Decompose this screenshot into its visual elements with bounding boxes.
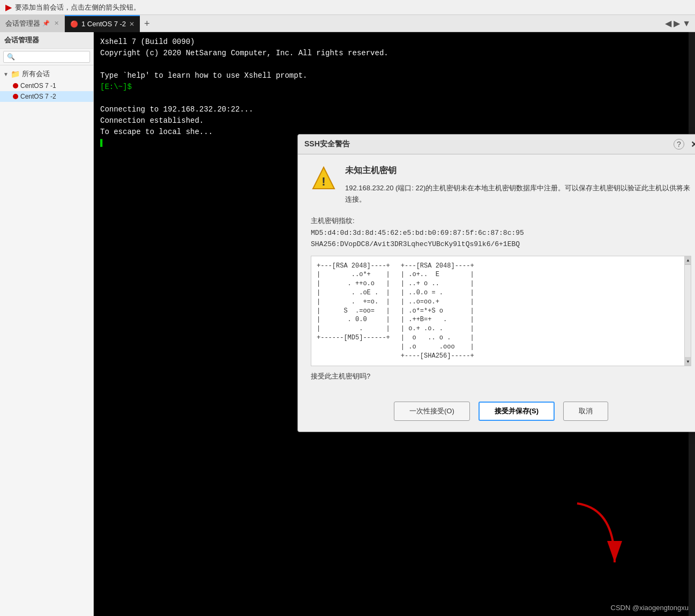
session-manager-tab[interactable]: 会话管理器 📌 ✕ [0,15,65,32]
key-art-scroll-down[interactable]: ▼ [685,357,691,366]
terminal-line-8: Connection established. [100,115,689,127]
session-status-dot [13,83,18,88]
new-tab-button[interactable]: + [140,15,154,32]
warning-icon: ! [311,165,337,191]
key-art-scrollbar[interactable]: ▲ ▼ [684,256,691,366]
key-art-right: +---[RSA 2048]----+ | .o+.. E | | ..+ o … [401,262,474,361]
sidebar-item-label-active: CentOS 7 -2 [20,93,56,100]
dialog-right-content: 未知主机密钥 192.168.232.20 (端口: 22)的主机密钥未在本地主… [345,165,691,205]
fingerprint-label: 主机密钥指纹: [311,216,691,226]
folder-icon: 📁 [11,70,20,78]
dialog-heading: 未知主机密钥 [345,165,691,176]
once-accept-button[interactable]: 一次性接受(O) [394,402,470,421]
dialog-titlebar: SSH安全警告 ? ✕ [298,135,695,154]
terminal-area[interactable]: Xshell 7 (Build 0090) Copyright (c) 2020… [94,32,695,616]
key-art-scroll-up[interactable]: ▲ [685,256,691,265]
session-manager-tab-label: 会话管理器 [5,19,40,28]
active-tab-close-btn[interactable]: ✕ [129,20,134,28]
sidebar-header: 会话管理器 [0,32,93,49]
terminal-line-1: Xshell 7 (Build 0090) [100,36,689,48]
dialog-title-controls: ? ✕ [674,139,695,150]
key-art-left-content: +---[RSA 2048]----+ | ..o*+ | | . ++o.o … [317,262,390,343]
dialog-title: SSH安全警告 [304,139,350,149]
dialog-fingerprint-section: 主机密钥指纹: MD5:d4:0d:3d:8d:45:62:e5:bd:b0:6… [311,216,691,248]
ssh-warning-dialog: SSH安全警告 ? ✕ ! 未知主机密钥 192.16 [297,134,695,432]
terminal-line-2: Copyright (c) 2020 NetSarang Computer, I… [100,48,689,59]
active-tab-label: 1 CentOS 7 -2 [81,20,126,28]
terminal-line-5: [E:\~]$ [100,81,689,93]
dialog-close-button[interactable]: ✕ [691,139,695,150]
terminal-line-7: Connecting to 192.168.232.20:22... [100,104,689,115]
tab-nav-left-btn[interactable]: ◀ [665,18,671,28]
svg-text:!: ! [322,175,325,188]
sidebar-title: 会话管理器 [4,35,39,45]
sidebar-tree: ▼ 📁 所有会话 CentOS 7 -1 CentOS 7 -2 [0,65,93,616]
session-status-dot-active [13,94,18,99]
tab-nav-right: ◀ ▶ ▼ [665,18,695,28]
sidebar-item-centos7-2[interactable]: CentOS 7 -2 [0,91,93,102]
tab-nav-dropdown-btn[interactable]: ▼ [682,19,691,28]
sidebar-item-centos7-1[interactable]: CentOS 7 -1 [0,80,93,91]
main-layout: 会话管理器 ▼ 📁 所有会话 CentOS 7 -1 CentOS 7 -2 X… [0,32,695,616]
dialog-description: 192.168.232.20 (端口: 22)的主机密钥未在本地主机密钥数据库中… [345,183,691,205]
key-art-container: +---[RSA 2048]----+ | ..o*+ | | . ++o.o … [311,256,691,367]
dialog-header-row: ! 未知主机密钥 192.168.232.20 (端口: 22)的主机密钥未在本… [311,165,691,205]
key-art-right-content: +---[RSA 2048]----+ | .o+.. E | | ..+ o … [401,262,474,361]
tree-group-all-sessions[interactable]: ▼ 📁 所有会话 [0,68,93,80]
dialog-help-button[interactable]: ? [674,139,684,150]
dialog-body: ! 未知主机密钥 192.168.232.20 (端口: 22)的主机密钥未在本… [298,154,695,402]
accept-question: 接受此主机密钥吗? [311,372,691,381]
sidebar: 会话管理器 ▼ 📁 所有会话 CentOS 7 -1 CentOS 7 -2 [0,32,94,616]
tree-expand-icon: ▼ [3,71,9,77]
watermark: CSDN @xiaogengtongxu [611,604,689,612]
cancel-button[interactable]: 取消 [563,402,608,421]
session-manager-tab-close[interactable]: ✕ [54,20,59,27]
active-terminal-tab[interactable]: 🔴 1 CentOS 7 -2 ✕ [65,15,140,32]
dialog-footer: 一次性接受(O) 接受并保存(S) 取消 [298,402,695,432]
red-arrow-indicator [566,498,631,575]
fingerprint-sha256: SHA256:DVopDC8/Avit3DR3LqhecYUBcKy9ltQs9… [311,240,691,248]
fingerprint-md5: MD5:d4:0d:3d:8d:45:62:e5:bd:b0:69:87:5f:… [311,229,691,237]
tab-nav-right-btn[interactable]: ▶ [674,18,680,28]
terminal-line-3 [100,59,689,70]
sidebar-item-label: CentOS 7 -1 [20,82,56,90]
tab-session-icon: 🔴 [70,20,78,28]
tab-bar: 会话管理器 📌 ✕ 🔴 1 CentOS 7 -2 ✕ + ◀ ▶ ▼ [0,15,695,32]
sidebar-search-input[interactable] [3,51,90,63]
terminal-line-4: Type `help' to learn how to use Xshell p… [100,70,689,81]
key-art-left: +---[RSA 2048]----+ | ..o*+ | | . ++o.o … [317,262,390,361]
top-bar-notice: 要添加当前会话，点击左侧的箭头按钮。 [15,3,140,12]
accept-save-button[interactable]: 接受并保存(S) [479,402,555,421]
tree-group-label: 所有会话 [22,69,50,79]
terminal-line-6 [100,93,689,104]
top-info-bar: ▶ 要添加当前会话，点击左侧的箭头按钮。 [0,0,695,15]
pin-icon: 📌 [42,20,50,27]
sidebar-search-area [0,49,93,65]
arrow-icon: ▶ [5,2,12,12]
